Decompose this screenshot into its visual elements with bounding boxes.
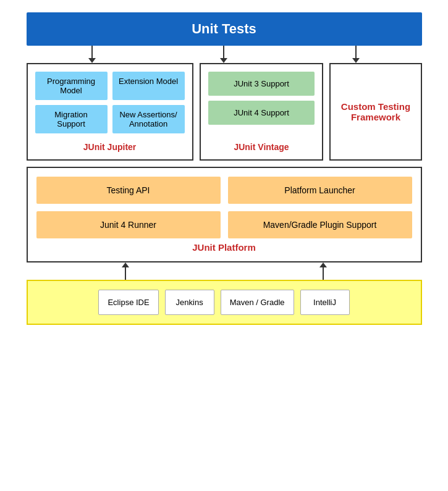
jenkins-card: Jenkins — [165, 290, 214, 315]
programming-model-card: Programming Model — [35, 72, 108, 100]
custom-testing-label: Custom Testing Framework — [338, 101, 413, 122]
junit-jupiter-label: JUnit Jupiter — [35, 138, 185, 152]
arrow-down-middle — [220, 46, 227, 63]
junit4-runner-card: Junit 4 Runner — [36, 211, 221, 238]
custom-testing-box: Custom Testing Framework — [329, 63, 421, 161]
arrow-down-right — [352, 46, 360, 63]
maven-gradle-plugin-card: Maven/Gradle Plugin Support — [228, 211, 412, 238]
junit-jupiter-box: Programming Model Extension Model Migrat… — [27, 63, 193, 161]
maven-gradle-card: Maven / Gradle — [221, 290, 294, 315]
junit-vintage-label: JUnit Vintage — [208, 138, 315, 152]
arrow-down-left — [88, 46, 96, 63]
junit-platform-box: Testing API Platform Launcher Junit 4 Ru… — [27, 167, 422, 262]
junit-vintage-box: JUnit 3 Support JUnit 4 Support JUnit Vi… — [200, 63, 324, 161]
arrow-up-right — [319, 262, 327, 280]
eclipse-ide-card: Eclipse IDE — [98, 290, 158, 315]
extension-model-card: Extension Model — [112, 72, 185, 100]
unit-tests-header: Unit Tests — [27, 12, 422, 46]
intellij-card: IntelliJ — [300, 290, 350, 315]
migration-support-card: Migration Support — [35, 105, 108, 133]
testing-api-card: Testing API — [36, 177, 221, 204]
junit3-support-card: JUnit 3 Support — [208, 72, 315, 96]
junit-platform-label: JUnit Platform — [36, 242, 412, 253]
new-assertions-card: New Assertions/ Annotation — [112, 105, 185, 133]
junit4-support-card: JUnit 4 Support — [208, 101, 315, 125]
tools-box: Eclipse IDE Jenkins Maven / Gradle Intel… — [27, 280, 422, 325]
platform-launcher-card: Platform Launcher — [228, 177, 412, 204]
arrow-up-left — [122, 262, 129, 280]
